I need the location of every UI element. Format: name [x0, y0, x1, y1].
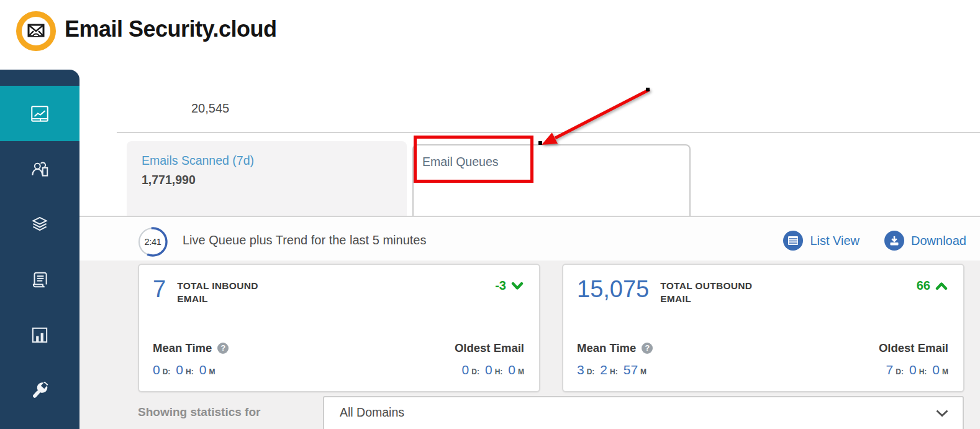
queue-section-title: Live Queue plus Trend for the last 5 min…	[183, 233, 426, 247]
domain-select-value: All Domains	[340, 405, 404, 420]
outbound-delta-value: 66	[917, 279, 930, 293]
outbound-oldest-label: Oldest Email	[879, 341, 948, 355]
sidebar-item-users[interactable]	[0, 141, 79, 196]
outbound-mean-time-value: 3D:2H:57M	[577, 362, 647, 377]
tab-email-queues-label: Email Queues	[422, 155, 681, 169]
tab-emails-scanned[interactable]: Emails Scanned (7d) 1,771,990	[127, 141, 407, 216]
total-outbound-card: 15,075 TOTAL OUTBOUND EMAIL 66 Mean Time…	[562, 264, 964, 392]
tab-emails-scanned-value: 1,771,990	[142, 173, 392, 187]
email-queues-panel: 2:41 Live Queue plus Trend for the last …	[79, 216, 980, 429]
section-divider	[117, 132, 980, 133]
tab-email-queues[interactable]: Email Queues	[412, 144, 691, 216]
top-metric-value: 20,545	[191, 101, 229, 116]
sidebar-nav	[0, 70, 79, 429]
dashboard-icon	[29, 103, 50, 124]
app-header: Email Security.cloud	[0, 0, 980, 62]
list-view-button[interactable]: List View	[783, 231, 860, 251]
inbound-delta: -3	[495, 279, 524, 293]
sidebar-item-reports[interactable]	[0, 307, 79, 362]
chevron-up-icon	[935, 282, 948, 290]
scroll-report-icon	[29, 269, 50, 290]
annotation-arrow	[528, 80, 655, 154]
users-icon	[29, 159, 50, 180]
domain-select[interactable]: All Domains	[323, 396, 964, 429]
inbound-count: 7	[153, 277, 166, 301]
list-view-icon	[783, 231, 803, 251]
sidebar-item-logs[interactable]	[0, 252, 79, 307]
tab-emails-scanned-label: Emails Scanned (7d)	[142, 154, 392, 168]
total-inbound-card: 7 TOTAL INBOUND EMAIL -3 Mean Time ? Old…	[138, 264, 540, 392]
help-icon[interactable]: ?	[217, 343, 229, 354]
sidebar-item-dashboard[interactable]	[0, 86, 79, 141]
envelope-icon	[27, 23, 45, 39]
layers-icon	[29, 214, 50, 235]
download-icon	[884, 231, 904, 251]
sidebar-item-services[interactable]	[0, 196, 79, 252]
outbound-delta: 66	[917, 279, 948, 293]
refresh-timer: 2:41	[137, 226, 169, 258]
outbound-count: 15,075	[577, 277, 649, 301]
timer-countdown: 2:41	[137, 226, 169, 258]
stats-filter-label: Showing statistics for	[138, 405, 260, 419]
outbound-oldest-value: 7D:0H:0M	[886, 362, 948, 377]
download-button[interactable]: Download	[884, 231, 966, 251]
inbound-card-label: TOTAL INBOUND EMAIL	[177, 279, 258, 305]
brand-logo-icon	[16, 11, 56, 51]
help-icon[interactable]: ?	[642, 343, 653, 354]
inbound-oldest-value: 0D:0H:0M	[462, 362, 524, 377]
chevron-down-icon	[510, 282, 524, 290]
page-title: Email Security.cloud	[65, 16, 276, 42]
outbound-card-label: TOTAL OUTBOUND EMAIL	[660, 279, 752, 305]
download-label: Download	[911, 234, 966, 248]
inbound-oldest-label: Oldest Email	[455, 341, 524, 355]
bar-chart-icon	[29, 325, 50, 346]
sidebar-item-tools[interactable]	[0, 362, 79, 418]
inbound-delta-value: -3	[495, 279, 506, 293]
list-view-label: List View	[810, 234, 860, 248]
outbound-mean-time-label: Mean Time ?	[577, 341, 653, 355]
chevron-down-icon	[935, 408, 949, 420]
inbound-mean-time-label: Mean Time ?	[153, 341, 229, 355]
wrench-icon	[29, 380, 50, 401]
annotation-handle	[646, 88, 650, 91]
inbound-mean-time-value: 0D:0H:0M	[153, 362, 215, 377]
